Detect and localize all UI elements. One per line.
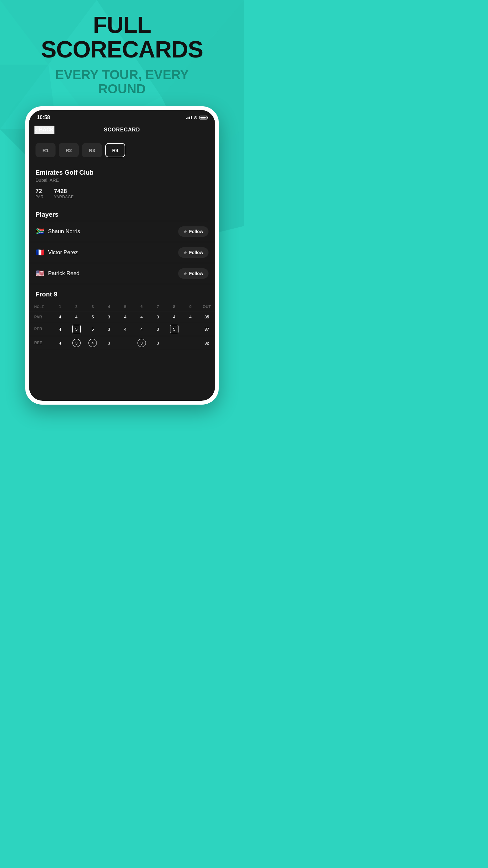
col-6-header: 6 (133, 302, 150, 312)
per-h6: 4 (133, 322, 150, 336)
per-h2-boxed: 5 (72, 325, 81, 333)
scorecard-nav-title: SCORECARD (104, 127, 140, 133)
ree-h6: 3 (133, 336, 150, 350)
patrick-reed-name: Patrick Reed (48, 270, 79, 277)
par-h3: 5 (85, 312, 101, 322)
status-icons: ⊜ (186, 115, 207, 120)
par-value: 72 (35, 188, 43, 195)
course-name: Emirates Golf Club (35, 169, 208, 176)
shaun-norris-follow-label: Follow (189, 229, 203, 234)
wifi-icon: ⊜ (194, 115, 197, 120)
front9-title: Front 9 (29, 284, 215, 302)
col-8-header: 8 (166, 302, 182, 312)
par-h5: 4 (117, 312, 134, 322)
course-location: Dubai, ARE (35, 178, 208, 183)
shaun-norris-follow-button[interactable]: ★ Follow (178, 226, 208, 237)
col-5-header: 5 (117, 302, 134, 312)
per-h2: 5 (68, 322, 85, 336)
per-h8-boxed: 5 (170, 325, 178, 333)
victor-perez-flag: 🇫🇷 (35, 249, 44, 256)
battery-icon (199, 116, 207, 120)
par-row: PAR 4 4 5 3 4 4 3 4 4 35 (29, 312, 215, 322)
ree-h2: 3 (68, 336, 85, 350)
per-h9 (182, 322, 199, 336)
per-h4: 3 (101, 322, 117, 336)
per-h5: 4 (117, 322, 134, 336)
player-left-victor: 🇫🇷 Victor Perez (35, 249, 78, 256)
round-r2-button[interactable]: R2 (59, 143, 79, 157)
hero-title: FULL SCORECARDS (41, 13, 203, 62)
per-h8: 5 (166, 322, 182, 336)
yardage-value: 7428 (54, 188, 73, 195)
scorecard-table: HOLE 1 2 3 4 5 6 7 8 9 OUT (29, 302, 215, 350)
ree-out: 32 (198, 336, 215, 350)
ree-h2-circled: 3 (72, 339, 81, 347)
course-stats: 72 PAR 7428 YARDAGE (35, 188, 208, 199)
scorecard-header-row: HOLE 1 2 3 4 5 6 7 8 9 OUT (29, 302, 215, 312)
signal-icon (186, 116, 192, 119)
back-label: BACK (39, 127, 54, 133)
patrick-reed-follow-label: Follow (189, 271, 203, 276)
ree-h9 (182, 336, 199, 350)
par-h4: 3 (101, 312, 117, 322)
player-left-shaun: 🇿🇦 Shaun Norris (35, 228, 80, 235)
nav-header: ‹ BACK SCORECARD (29, 123, 215, 138)
per-h1: 4 (52, 322, 68, 336)
per-h7: 3 (150, 322, 166, 336)
ree-h4: 3 (101, 336, 117, 350)
shaun-norris-flag: 🇿🇦 (35, 228, 44, 235)
star-icon: ★ (183, 250, 187, 255)
per-out: 37 (198, 322, 215, 336)
round-selector: R1 R2 R3 R4 (29, 138, 215, 162)
round-r1-button[interactable]: R1 (35, 143, 56, 157)
hole-header: HOLE (29, 302, 52, 312)
col-2-header: 2 (68, 302, 85, 312)
par-h2: 4 (68, 312, 85, 322)
round-r3-button[interactable]: R3 (82, 143, 102, 157)
par-out: 35 (198, 312, 215, 322)
ree-h1: 4 (52, 336, 68, 350)
ree-row: REE 4 3 4 3 3 3 32 (29, 336, 215, 350)
players-section-title: Players (29, 205, 215, 221)
player-row-shaun-norris: 🇿🇦 Shaun Norris ★ Follow (29, 221, 215, 242)
par-row-label: PAR (29, 312, 52, 322)
par-stat: 72 PAR (35, 188, 43, 199)
per-row: PER 4 5 5 3 4 4 3 5 37 (29, 322, 215, 336)
par-h9: 4 (182, 312, 199, 322)
per-row-label: PER (29, 322, 52, 336)
chevron-left-icon: ‹ (35, 126, 37, 134)
status-time: 10:58 (37, 115, 50, 120)
col-1-header: 1 (52, 302, 68, 312)
victor-perez-follow-button[interactable]: ★ Follow (178, 247, 208, 258)
victor-perez-name: Victor Perez (48, 249, 78, 256)
patrick-reed-flag: 🇺🇸 (35, 270, 44, 277)
yardage-label: YARDAGE (54, 195, 73, 199)
par-h1: 4 (52, 312, 68, 322)
col-7-header: 7 (150, 302, 166, 312)
star-icon: ★ (183, 271, 187, 276)
ree-h3-circled: 4 (89, 339, 97, 347)
col-4-header: 4 (101, 302, 117, 312)
status-bar: 10:58 ⊜ (29, 110, 215, 123)
ree-h7: 3 (150, 336, 166, 350)
par-h8: 4 (166, 312, 182, 322)
col-3-header: 3 (85, 302, 101, 312)
star-icon: ★ (183, 229, 187, 234)
hero-subtitle: EVERY TOUR, EVERY ROUND (55, 67, 189, 96)
back-button[interactable]: ‹ BACK (34, 126, 55, 134)
par-h7: 3 (150, 312, 166, 322)
shaun-norris-name: Shaun Norris (48, 228, 80, 235)
per-h3: 5 (85, 322, 101, 336)
round-r4-button[interactable]: R4 (105, 143, 125, 157)
phone-screen: 10:58 ⊜ ‹ BA (29, 110, 215, 401)
ree-h8 (166, 336, 182, 350)
patrick-reed-follow-button[interactable]: ★ Follow (178, 268, 208, 279)
player-row-victor-perez: 🇫🇷 Victor Perez ★ Follow (29, 242, 215, 263)
player-row-patrick-reed: 🇺🇸 Patrick Reed ★ Follow (29, 263, 215, 284)
par-h6: 4 (133, 312, 150, 322)
col-out-header: OUT (198, 302, 215, 312)
ree-h5 (117, 336, 134, 350)
player-left-patrick: 🇺🇸 Patrick Reed (35, 270, 79, 277)
ree-row-label: REE (29, 336, 52, 350)
col-9-header: 9 (182, 302, 199, 312)
